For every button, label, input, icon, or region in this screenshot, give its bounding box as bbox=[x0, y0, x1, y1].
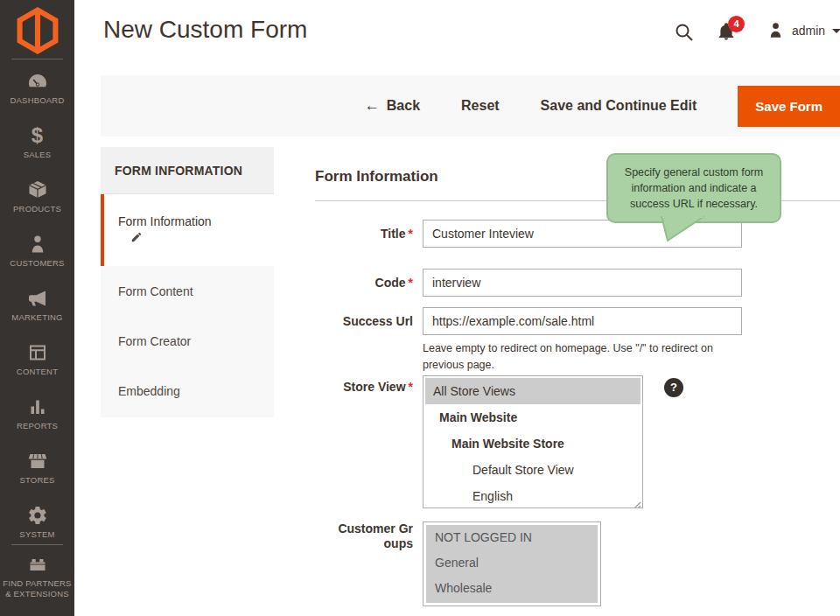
required-asterisk: * bbox=[409, 380, 413, 394]
save-and-continue-button[interactable]: Save and Continue Edit bbox=[541, 98, 697, 114]
success-url-hint: Leave empty to redirect on homepage. Use… bbox=[423, 340, 748, 374]
customers-icon bbox=[0, 234, 74, 256]
page-title: New Custom Form bbox=[103, 16, 307, 44]
sidebar-item-label: CONTENT bbox=[0, 367, 74, 377]
customer-groups-selection: NOT LOGGED IN General Wholesale bbox=[426, 525, 598, 603]
products-icon bbox=[0, 179, 74, 202]
save-form-button[interactable]: Save Form bbox=[738, 86, 840, 127]
back-arrow-icon: ← bbox=[365, 97, 380, 114]
reset-button[interactable]: Reset bbox=[461, 98, 500, 114]
notification-count-badge[interactable]: 4 bbox=[728, 16, 745, 32]
store-view-option[interactable]: English bbox=[424, 483, 642, 508]
tab-label: Form Information bbox=[118, 214, 212, 228]
required-asterisk: * bbox=[409, 227, 413, 241]
store-view-multiselect[interactable]: All Store Views Main Website Main Websit… bbox=[423, 375, 643, 508]
sidebar-item-customers[interactable]: CUSTOMERS bbox=[0, 231, 74, 284]
sidebar-divider bbox=[11, 544, 63, 545]
success-url-input[interactable] bbox=[423, 307, 742, 335]
code-input[interactable] bbox=[423, 269, 742, 297]
customer-group-option[interactable]: Wholesale bbox=[426, 576, 598, 601]
sidebar-item-find-partners[interactable]: FIND PARTNERS & EXTENSIONS bbox=[0, 551, 74, 612]
sidebar-item-label: SYSTEM bbox=[0, 529, 74, 540]
info-tooltip: Specify general custom form information … bbox=[606, 153, 781, 223]
sidebar-item-sales[interactable]: $ SALES bbox=[0, 122, 74, 175]
sidebar-item-label: FIND PARTNERS & EXTENSIONS bbox=[0, 578, 74, 599]
back-button[interactable]: ←Back bbox=[365, 97, 420, 115]
sidebar-item-label: DASHBOARD bbox=[0, 95, 74, 106]
sidebar: DASHBOARD $ SALES PRODUCTS CUSTOMERS MAR… bbox=[0, 0, 74, 616]
resize-handle-icon[interactable] bbox=[633, 498, 641, 507]
username-label: admin bbox=[792, 24, 825, 38]
page-header: New Custom Form 4 admin bbox=[74, 0, 840, 75]
magento-logo[interactable] bbox=[17, 7, 59, 54]
sidebar-item-label: STORES bbox=[0, 475, 74, 486]
edit-pencil-icon bbox=[130, 231, 143, 246]
sidebar-item-stores[interactable]: STORES bbox=[0, 448, 74, 500]
sidebar-item-label: PRODUCTS bbox=[0, 204, 74, 214]
section-heading: Form Information bbox=[315, 168, 438, 186]
user-icon bbox=[766, 21, 785, 39]
sidebar-item-reports[interactable]: REPORTS bbox=[0, 394, 74, 446]
sidebar-item-label: SALES bbox=[0, 150, 74, 160]
content-icon bbox=[0, 342, 74, 365]
app-root: DASHBOARD $ SALES PRODUCTS CUSTOMERS MAR… bbox=[0, 0, 840, 616]
sidebar-item-system[interactable]: SYSTEM bbox=[0, 502, 74, 555]
store-view-option[interactable]: Main Website bbox=[424, 404, 642, 430]
tabs-list: Form Information Form Content Form Creat… bbox=[101, 194, 274, 417]
customer-groups-multiselect[interactable]: NOT LOGGED IN General Wholesale bbox=[423, 522, 601, 606]
tab-label: Form Content bbox=[118, 284, 193, 298]
sales-icon: $ bbox=[0, 125, 74, 148]
search-button[interactable] bbox=[674, 22, 695, 46]
sidebar-item-dashboard[interactable]: DASHBOARD bbox=[0, 68, 74, 121]
tab-embedding[interactable]: Embedding bbox=[101, 366, 274, 416]
customer-group-option[interactable]: NOT LOGGED IN bbox=[426, 525, 598, 550]
system-icon bbox=[0, 505, 74, 528]
sidebar-item-label: CUSTOMERS bbox=[0, 258, 74, 269]
tab-label: Form Creator bbox=[118, 334, 191, 348]
tab-form-content[interactable]: Form Content bbox=[101, 266, 274, 316]
store-view-option[interactable]: Default Store View bbox=[424, 457, 642, 483]
chevron-down-icon bbox=[832, 29, 840, 33]
tab-form-information[interactable]: Form Information bbox=[101, 194, 274, 266]
sidebar-item-label: MARKETING bbox=[0, 312, 74, 323]
customer-groups-label: Customer Groups bbox=[336, 522, 413, 551]
sidebar-item-content[interactable]: CONTENT bbox=[0, 340, 74, 392]
required-asterisk: * bbox=[409, 276, 413, 290]
tab-form-creator[interactable]: Form Creator bbox=[101, 316, 274, 366]
help-icon[interactable]: ? bbox=[664, 378, 683, 397]
tooltip-tail bbox=[659, 216, 708, 246]
tooltip-text: Specify general custom form information … bbox=[616, 164, 772, 212]
dashboard-icon bbox=[0, 71, 74, 94]
admin-account-menu[interactable]: admin bbox=[766, 21, 840, 39]
sidebar-item-products[interactable]: PRODUCTS bbox=[0, 177, 74, 229]
tabs-panel-title: FORM INFORMATION bbox=[101, 147, 274, 194]
store-view-option[interactable]: Main Website Store bbox=[424, 430, 642, 457]
sidebar-divider bbox=[11, 59, 63, 60]
form-tabs-panel: FORM INFORMATION Form Information Form C… bbox=[101, 147, 274, 417]
code-label: Code* bbox=[315, 276, 413, 290]
stores-icon bbox=[0, 451, 74, 473]
search-icon bbox=[674, 22, 695, 43]
store-view-option[interactable]: All Store Views bbox=[425, 378, 640, 404]
sidebar-item-marketing[interactable]: MARKETING bbox=[0, 285, 74, 338]
magento-logo-icon bbox=[17, 7, 59, 54]
reports-icon bbox=[0, 396, 74, 419]
action-toolbar: ←Back Reset Save and Continue Edit Save … bbox=[101, 75, 840, 136]
success-url-label: Success Url bbox=[315, 314, 413, 329]
extensions-icon bbox=[0, 554, 74, 577]
sidebar-item-label: REPORTS bbox=[0, 421, 74, 431]
store-view-label: Store View* bbox=[315, 380, 413, 395]
tab-label: Embedding bbox=[118, 384, 180, 398]
customer-group-option[interactable]: General bbox=[426, 550, 598, 576]
marketing-icon bbox=[0, 288, 74, 311]
title-label: Title* bbox=[315, 227, 413, 242]
